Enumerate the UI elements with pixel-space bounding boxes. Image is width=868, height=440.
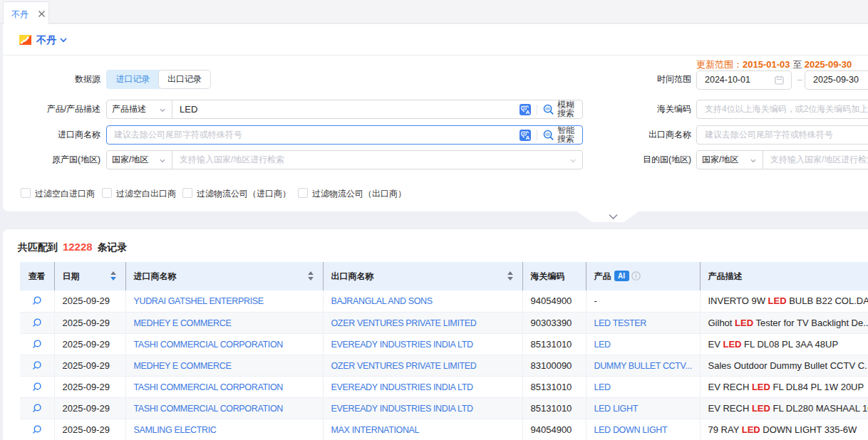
svg-text:A: A [525,134,529,140]
svg-text:A: A [525,108,529,115]
